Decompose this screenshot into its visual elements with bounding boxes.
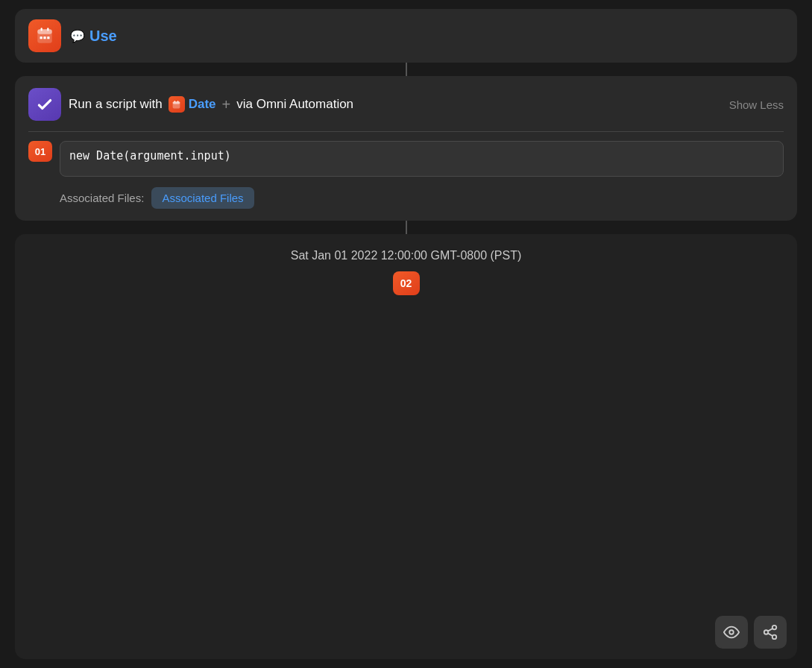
svg-point-11	[729, 630, 734, 634]
associated-files-row: Associated Files: Associated Files	[28, 187, 784, 209]
svg-rect-1	[37, 29, 52, 34]
svg-rect-2	[41, 28, 43, 31]
svg-rect-8	[173, 101, 180, 104]
share-button[interactable]	[754, 616, 787, 649]
script-divider	[28, 131, 784, 132]
line-number-01: 01	[35, 146, 45, 157]
plus-sign: +	[222, 96, 231, 113]
connector-line-1	[406, 63, 407, 76]
svg-rect-4	[40, 37, 43, 39]
output-badge-number: 02	[400, 277, 412, 289]
run-label: Run a script with	[69, 97, 163, 112]
show-less-button[interactable]: Show Less	[729, 98, 784, 111]
connector-line-2	[406, 221, 407, 234]
use-label-container: 💬 Use	[70, 28, 117, 45]
associated-files-button[interactable]: Associated Files	[151, 187, 254, 209]
output-date-text: Sat Jan 01 2022 12:00:00 GMT-0800 (PST)	[28, 249, 784, 262]
bottom-toolbar	[715, 616, 787, 649]
date-text: Date	[189, 97, 216, 112]
line-number-01-badge: 01	[28, 141, 52, 162]
script-header: Run a script with Date + via Omni Automa…	[28, 88, 784, 121]
svg-rect-6	[47, 37, 49, 39]
date-small-icon	[169, 96, 185, 113]
run-script-card: Run a script with Date + via Omni Automa…	[15, 76, 797, 221]
script-header-text: Run a script with Date + via Omni Automa…	[69, 96, 722, 113]
output-badge-02: 02	[393, 271, 420, 295]
share-icon	[762, 624, 778, 640]
svg-rect-10	[177, 101, 178, 102]
svg-rect-9	[174, 101, 175, 102]
chat-bubble-icon: 💬	[70, 29, 85, 43]
script-code-area: 01 new Date(argument.input)	[28, 141, 784, 177]
via-label: via Omni Automation	[236, 97, 353, 112]
preview-button[interactable]	[715, 616, 748, 649]
script-input[interactable]: new Date(argument.input)	[60, 141, 784, 177]
check-icon	[28, 88, 61, 121]
date-badge[interactable]: Date	[169, 96, 216, 113]
calendar-icon	[28, 19, 61, 52]
output-card: Sat Jan 01 2022 12:00:00 GMT-0800 (PST) …	[15, 234, 797, 659]
use-card: 💬 Use	[15, 9, 797, 63]
svg-rect-3	[47, 28, 48, 31]
associated-files-label: Associated Files:	[60, 192, 144, 204]
svg-rect-5	[43, 37, 45, 39]
eye-icon	[723, 624, 740, 640]
use-text: Use	[89, 28, 117, 45]
